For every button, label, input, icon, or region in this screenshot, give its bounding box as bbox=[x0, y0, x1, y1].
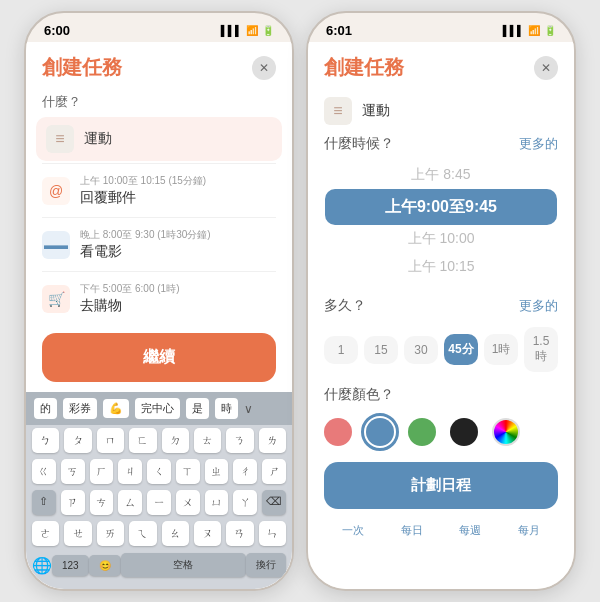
task-item-2[interactable]: @ 上午 10:00至 10:15 (15分鐘) 回覆郵件 bbox=[26, 166, 292, 215]
kb-key-shift[interactable]: ⇧ bbox=[32, 490, 56, 515]
left-screen: 創建任務 ✕ 什麼？ ≡ 運動 @ 上午 10:00至 10:15 (15分鐘)… bbox=[26, 42, 292, 589]
suggest-5[interactable]: 是 bbox=[186, 398, 209, 419]
kb-key-p[interactable]: ㄆ bbox=[64, 428, 91, 453]
suggest-6[interactable]: 時 bbox=[215, 398, 238, 419]
kb-key-l[interactable]: ㄌ bbox=[259, 428, 286, 453]
task-name-1: 運動 bbox=[84, 130, 272, 148]
kb-key-k[interactable]: ㄎ bbox=[61, 459, 85, 484]
kb-key-d[interactable]: ㄉ bbox=[162, 428, 189, 453]
kb-key-ou[interactable]: ㄡ bbox=[194, 521, 221, 546]
duration-45-selected[interactable]: 45分 bbox=[444, 334, 478, 365]
repeat-daily[interactable]: 每日 bbox=[401, 523, 423, 538]
kb-key-i[interactable]: ㄧ bbox=[147, 490, 171, 515]
close-button-left[interactable]: ✕ bbox=[252, 56, 276, 80]
signal-icon-right: ▌▌▌ bbox=[503, 25, 524, 36]
separator-1 bbox=[42, 163, 276, 164]
color-rainbow[interactable] bbox=[492, 418, 520, 446]
kb-key-c[interactable]: ㄘ bbox=[90, 490, 114, 515]
left-phone: 6:00 ▌▌▌ 📶 🔋 創建任務 ✕ 什麼？ ≡ 運動 @ 上午 10:0 bbox=[24, 11, 294, 591]
duration-section: 多久？ 更多的 1 15 30 45分 1時 1.5時 bbox=[308, 287, 574, 376]
time-picker[interactable]: 上午 8:30 上午 8:45 上午9:00至9:45 上午 10:00 上午 … bbox=[324, 159, 558, 279]
kb-123[interactable]: 123 bbox=[52, 555, 89, 576]
selected-task-icon: ≡ bbox=[324, 97, 352, 125]
suggest-2[interactable]: 彩券 bbox=[63, 398, 97, 419]
kb-key-u[interactable]: ㄨ bbox=[176, 490, 200, 515]
kb-key-sh[interactable]: ㄕ bbox=[262, 459, 286, 484]
kb-key-en[interactable]: ㄣ bbox=[259, 521, 286, 546]
right-phone: 6:01 ▌▌▌ 📶 🔋 創建任務 ✕ ≡ 運動 什麼時候？ 更多的 上午 8: bbox=[306, 11, 576, 591]
kb-key-eh[interactable]: ㄝ bbox=[64, 521, 91, 546]
when-label: 什麼時候？ bbox=[324, 135, 394, 153]
duration-1h[interactable]: 1時 bbox=[484, 334, 518, 365]
kb-key-m[interactable]: ㄇ bbox=[97, 428, 124, 453]
battery-icon-right: 🔋 bbox=[544, 25, 556, 36]
title-static-left: 創建 bbox=[42, 56, 82, 78]
suggest-1[interactable]: 的 bbox=[34, 398, 57, 419]
keyboard-toolbar: 的 彩券 💪 完中心 是 時 ∨ bbox=[26, 392, 292, 425]
time-option-5[interactable]: 上午 10:15 bbox=[408, 253, 475, 279]
kb-key-t[interactable]: ㄊ bbox=[194, 428, 221, 453]
continue-button[interactable]: 繼續 bbox=[42, 333, 276, 382]
kb-key-z[interactable]: ㄗ bbox=[61, 490, 85, 515]
time-right: 6:01 bbox=[326, 23, 352, 38]
duration-15[interactable]: 15 bbox=[364, 336, 398, 364]
kb-key-ao[interactable]: ㄠ bbox=[162, 521, 189, 546]
duration-1[interactable]: 1 bbox=[324, 336, 358, 364]
when-more[interactable]: 更多的 bbox=[519, 135, 558, 153]
globe-icon[interactable]: 🌐 bbox=[32, 556, 52, 575]
kb-key-ei[interactable]: ㄟ bbox=[129, 521, 156, 546]
kb-key-an[interactable]: ㄢ bbox=[226, 521, 253, 546]
right-screen: 創建任務 ✕ ≡ 運動 什麼時候？ 更多的 上午 8:30 上午 8:45 上午… bbox=[308, 42, 574, 589]
task-item-1[interactable]: ≡ 運動 bbox=[36, 117, 282, 161]
kb-return[interactable]: 換行 bbox=[246, 553, 286, 577]
color-green[interactable] bbox=[408, 418, 436, 446]
task-icon-2: @ bbox=[42, 177, 70, 205]
suggest-3[interactable]: 💪 bbox=[103, 399, 129, 418]
status-icons-left: ▌▌▌ 📶 🔋 bbox=[221, 25, 274, 36]
repeat-monthly[interactable]: 每月 bbox=[518, 523, 540, 538]
time-option-3-selected[interactable]: 上午9:00至9:45 bbox=[325, 189, 557, 225]
kb-key-ch[interactable]: ㄔ bbox=[233, 459, 257, 484]
kb-emoji[interactable]: 😊 bbox=[89, 555, 121, 576]
kb-key-e[interactable]: ㄜ bbox=[32, 521, 59, 546]
task-item-4[interactable]: 🛒 下午 5:00至 6:00 (1時) 去購物 bbox=[26, 274, 292, 323]
kb-key-f[interactable]: ㄈ bbox=[129, 428, 156, 453]
time-option-4[interactable]: 上午 10:00 bbox=[408, 225, 475, 253]
duration-1-5h[interactable]: 1.5時 bbox=[524, 327, 558, 372]
color-red[interactable] bbox=[324, 418, 352, 446]
suggest-expand[interactable]: ∨ bbox=[244, 402, 253, 416]
task-item-3[interactable]: ▬▬ 晚上 8:00至 9:30 (1時30分鐘) 看電影 bbox=[26, 220, 292, 269]
kb-key-a[interactable]: ㄚ bbox=[233, 490, 257, 515]
kb-key-ü[interactable]: ㄩ bbox=[205, 490, 229, 515]
repeat-once[interactable]: 一次 bbox=[342, 523, 364, 538]
kb-row-3: ⇧ ㄗ ㄘ ㄙ ㄧ ㄨ ㄩ ㄚ ⌫ bbox=[26, 487, 292, 518]
kb-key-n[interactable]: ㄋ bbox=[226, 428, 253, 453]
kb-key-q[interactable]: ㄑ bbox=[147, 459, 171, 484]
color-black[interactable] bbox=[450, 418, 478, 446]
kb-key-h[interactable]: ㄏ bbox=[90, 459, 114, 484]
kb-key-zh[interactable]: ㄓ bbox=[205, 459, 229, 484]
time-option-2[interactable]: 上午 8:45 bbox=[411, 161, 470, 189]
duration-30[interactable]: 30 bbox=[404, 336, 438, 364]
separator-2 bbox=[42, 217, 276, 218]
close-button-right[interactable]: ✕ bbox=[534, 56, 558, 80]
kb-key-ai[interactable]: ㄞ bbox=[97, 521, 124, 546]
kb-key-g[interactable]: ㄍ bbox=[32, 459, 56, 484]
repeat-weekly[interactable]: 每週 bbox=[459, 523, 481, 538]
task-name-3: 看電影 bbox=[80, 243, 276, 261]
color-section: 什麼顏色？ bbox=[308, 376, 574, 454]
duration-more[interactable]: 更多的 bbox=[519, 297, 558, 315]
schedule-button[interactable]: 計劃日程 bbox=[324, 462, 558, 509]
suggest-4[interactable]: 完中心 bbox=[135, 398, 180, 419]
kb-key-b[interactable]: ㄅ bbox=[32, 428, 59, 453]
color-blue[interactable] bbox=[366, 418, 394, 446]
kb-key-x[interactable]: ㄒ bbox=[176, 459, 200, 484]
task-name-4: 去購物 bbox=[80, 297, 276, 315]
status-bar-left: 6:00 ▌▌▌ 📶 🔋 bbox=[26, 13, 292, 42]
kb-key-s[interactable]: ㄙ bbox=[118, 490, 142, 515]
when-section: 什麼時候？ 更多的 上午 8:30 上午 8:45 上午9:00至9:45 上午… bbox=[308, 129, 574, 287]
kb-key-j[interactable]: ㄐ bbox=[118, 459, 142, 484]
kb-key-del[interactable]: ⌫ bbox=[262, 490, 286, 515]
kb-space[interactable]: 空格 bbox=[121, 553, 246, 577]
duration-label: 多久？ bbox=[324, 297, 366, 315]
